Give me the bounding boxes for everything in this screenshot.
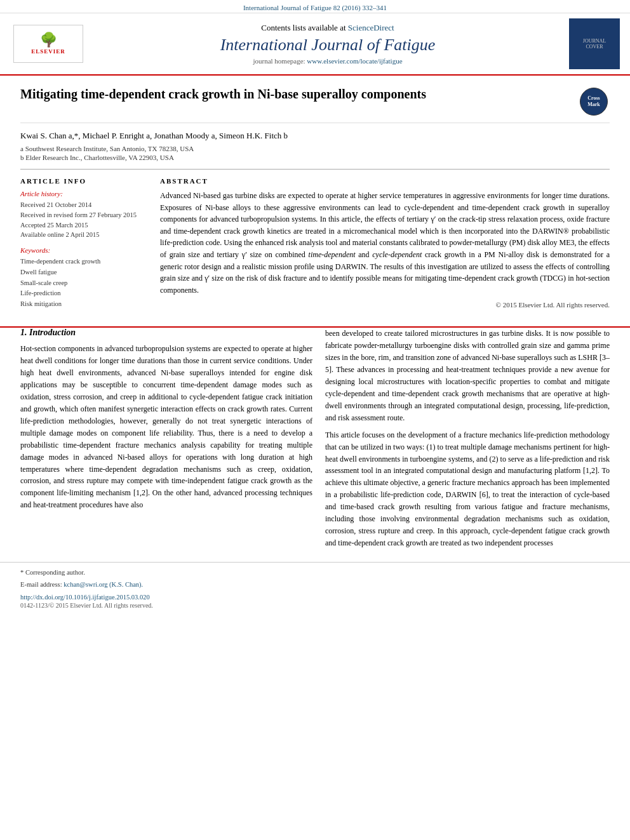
authors-line: Kwai S. Chan a,*, Michael P. Enright a, … [20, 131, 610, 141]
elsevier-wordmark: ELSEVIER [31, 48, 65, 55]
corresponding-note: * Corresponding author. [20, 568, 610, 578]
keyword-5: Risk mitigation [20, 299, 147, 310]
journal-homepage: journal homepage: www.elsevier.com/locat… [86, 57, 569, 65]
main-right-column: been developed to create tailored micros… [325, 328, 610, 554]
elsevier-logo-box: 🌳 ELSEVIER [13, 25, 83, 63]
affiliation-a: a Southwest Research Institute, San Anto… [20, 145, 610, 152]
contents-line: Contents lists available at ScienceDirec… [86, 23, 569, 33]
sciencedirect-link[interactable]: ScienceDirect [348, 23, 394, 32]
article-body: ARTICLE INFO Article history: Received 2… [20, 169, 610, 316]
article-content: Mitigating time-dependent crack growth i… [0, 76, 630, 326]
main-content: 1. Introduction Hot-section components i… [0, 328, 630, 554]
email-address[interactable]: kchan@swri.org (K.S. Chan). [64, 581, 143, 588]
intro-para-3: This article focuses on the development … [325, 429, 610, 550]
article-footer: * Corresponding author. E-mail address: … [0, 562, 630, 611]
email-note: E-mail address: kchan@swri.org (K.S. Cha… [20, 580, 610, 590]
journal-header: 🌳 ELSEVIER Contents lists available at S… [0, 13, 630, 76]
doi-line: http://dx.doi.org/10.1016/j.ijfatigue.20… [20, 592, 610, 602]
keyword-1: Time-dependent crack growth [20, 257, 147, 267]
article-title-section: Mitigating time-dependent crack growth i… [20, 86, 610, 123]
accepted-date: Accepted 25 March 2015 [20, 220, 147, 230]
email-label: E-mail address: [20, 581, 62, 588]
keyword-4: Life-prediction [20, 288, 147, 299]
keyword-2: Dwell fatigue [20, 267, 147, 278]
affiliation-b: b Elder Research Inc., Charlottesville, … [20, 154, 610, 161]
crossmark-text: CrossMark [587, 95, 600, 107]
main-left-column: 1. Introduction Hot-section components i… [20, 328, 312, 554]
affiliations: a Southwest Research Institute, San Anto… [20, 145, 610, 161]
keywords-label: Keywords: [20, 246, 147, 254]
crossmark-logo[interactable]: CrossMark [578, 86, 610, 117]
available-date: Available online 2 April 2015 [20, 230, 147, 240]
journal-title: International Journal of Fatigue [86, 36, 569, 55]
authors-text: Kwai S. Chan a,*, Michael P. Enright a, … [20, 131, 288, 140]
contents-text: Contents lists available at [261, 23, 345, 32]
homepage-label: journal homepage: [253, 57, 305, 65]
abstract-section: ABSTRACT Advanced Ni-based gas turbine d… [160, 177, 610, 316]
intro-para-1: Hot-section components in advanced turbo… [20, 343, 312, 511]
history-label: Article history: [20, 190, 147, 197]
intro-heading: 1. Introduction [20, 328, 312, 338]
keyword-3: Small-scale creep [20, 278, 147, 289]
cover-placeholder: JOURNALCOVER [583, 38, 606, 50]
copyright-line: © 2015 Elsevier Ltd. All rights reserved… [160, 301, 610, 309]
received-date: Received 21 October 2014 [20, 200, 147, 210]
history-section: Article history: Received 21 October 201… [20, 190, 147, 240]
article-info-heading: ARTICLE INFO [20, 177, 147, 185]
journal-banner: International Journal of Fatigue 82 (201… [0, 0, 630, 13]
homepage-url[interactable]: www.elsevier.com/locate/ijfatigue [307, 57, 402, 65]
journal-cover-image: JOURNALCOVER [569, 18, 620, 69]
received-revised-date: Received in revised form 27 February 201… [20, 210, 147, 220]
crossmark-circle: CrossMark [580, 88, 608, 116]
intro-para-2: been developed to create tailored micros… [325, 328, 610, 424]
abstract-heading: ABSTRACT [160, 177, 610, 185]
issn-line: 0142-1123/© 2015 Elsevier Ltd. All right… [20, 602, 610, 609]
elsevier-tree-icon: 🌳 [40, 33, 57, 47]
journal-center: Contents lists available at ScienceDirec… [86, 23, 569, 65]
doi-link[interactable]: http://dx.doi.org/10.1016/j.ijfatigue.20… [20, 594, 150, 601]
journal-citation: International Journal of Fatigue 82 (201… [243, 4, 387, 11]
elsevier-logo: 🌳 ELSEVIER [10, 25, 86, 63]
abstract-text: Advanced Ni-based gas turbine disks are … [160, 190, 610, 296]
article-title: Mitigating time-dependent crack growth i… [20, 86, 426, 102]
article-info: ARTICLE INFO Article history: Received 2… [20, 177, 147, 316]
keywords-section: Keywords: Time-dependent crack growth Dw… [20, 246, 147, 310]
